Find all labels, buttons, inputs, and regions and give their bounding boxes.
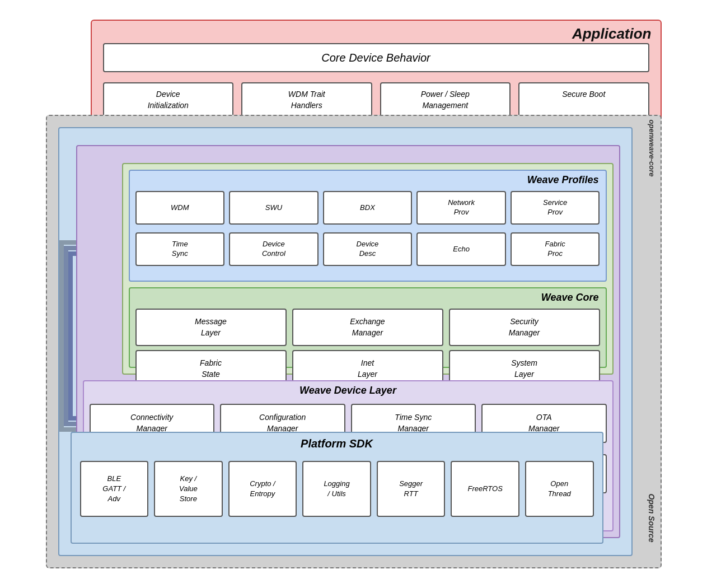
profile-swu: SWU xyxy=(229,191,319,225)
profile-network-prov: NetworkProv xyxy=(416,191,506,225)
application-title: Application xyxy=(572,25,652,43)
device-init-box: DeviceInitialization xyxy=(103,82,234,118)
weave-core-section: Weave Core MessageLayer ExchangeManager … xyxy=(129,287,607,368)
profiles-row-2: TimeSync DeviceControl DeviceDesc Echo F… xyxy=(135,232,600,266)
profile-time-sync: TimeSync xyxy=(135,232,225,266)
blue-layer: Weave Profiles WDM SWU BDX NetworkProv S… xyxy=(58,127,633,556)
profile-bdx: BDX xyxy=(323,191,413,225)
profile-fabric-proc: FabricProc xyxy=(511,232,600,266)
weave-profiles-section: Weave Profiles WDM SWU BDX NetworkProv S… xyxy=(129,170,607,282)
profile-echo: Echo xyxy=(416,232,506,266)
secure-boot-box: Secure Boot xyxy=(518,82,649,118)
core-security-manager: SecurityManager xyxy=(449,309,600,346)
architecture-diagram: Application Core Device Behavior DeviceI… xyxy=(46,20,662,568)
open-source-layer: Open Source openweave-core Weave Profile… xyxy=(46,115,662,568)
sdk-open-thread: OpenThread xyxy=(525,461,594,517)
power-sleep-box: Power / SleepManagement xyxy=(380,82,511,118)
device-layer-title: Weave Device Layer xyxy=(299,385,396,396)
profile-wdm: WDM xyxy=(135,191,225,225)
sdk-freertos: FreeRTOS xyxy=(451,461,519,517)
core-message-layer: MessageLayer xyxy=(135,309,287,346)
sdk-boxes-row: BLEGATT /Adv Key /ValueStore Crypto /Ent… xyxy=(80,461,594,517)
sdk-key-value: Key /ValueStore xyxy=(154,461,223,517)
core-device-box: Core Device Behavior xyxy=(103,43,649,72)
green-layer: Weave Profiles WDM SWU BDX NetworkProv S… xyxy=(122,163,614,375)
profile-device-control: DeviceControl xyxy=(229,232,319,266)
sdk-ble-gatt: BLEGATT /Adv xyxy=(80,461,149,517)
app-sub-boxes: DeviceInitialization WDM TraitHandlers P… xyxy=(103,82,649,118)
openweave-core-label: openweave-core xyxy=(648,120,656,177)
profiles-row-1: WDM SWU BDX NetworkProv ServiceProv xyxy=(135,191,600,225)
weave-profiles-title: Weave Profiles xyxy=(527,174,599,186)
profile-device-desc: DeviceDesc xyxy=(323,232,413,266)
sdk-logging-utils: Logging/ Utils xyxy=(302,461,371,517)
weave-core-title: Weave Core xyxy=(541,292,599,304)
platform-sdk-title: Platform SDK xyxy=(301,437,373,450)
core-exchange-manager: ExchangeManager xyxy=(292,309,443,346)
open-source-label: Open Source xyxy=(647,493,656,542)
sdk-crypto-entropy: Crypto /Entropy xyxy=(228,461,297,517)
platform-sdk-section: Platform SDK BLEGATT /Adv Key /ValueStor… xyxy=(71,432,603,544)
core-row-1: MessageLayer ExchangeManager SecurityMan… xyxy=(135,309,600,346)
sdk-segger-rtt: SeggerRTT xyxy=(377,461,446,517)
profile-service-prov: ServiceProv xyxy=(511,191,600,225)
wdm-trait-box: WDM TraitHandlers xyxy=(241,82,372,118)
